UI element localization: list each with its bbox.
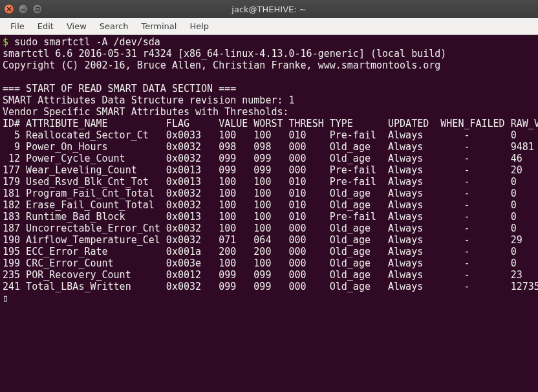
table-row: 177 Wear_Leveling_Count 0x0013 099 099 0… <box>3 164 522 176</box>
out-section: === START OF READ SMART DATA SECTION === <box>3 83 236 94</box>
command-text: sudo smartctl -A /dev/sda <box>14 36 160 48</box>
table-row: 241 Total_LBAs_Written 0x0032 099 099 00… <box>3 281 538 292</box>
out-revision: SMART Attributes Data Structure revision… <box>3 94 295 106</box>
terminal-output[interactable]: $ sudo smartctl -A /dev/sda smartctl 6.6… <box>0 35 538 392</box>
window-controls <box>4 4 43 14</box>
table-row: 195 ECC_Error_Rate 0x001a 200 200 000 Ol… <box>3 246 517 257</box>
table-row: 187 Uncorrectable_Error_Cnt 0x0032 100 1… <box>3 223 517 234</box>
table-row: 5 Reallocated_Sector_Ct 0x0033 100 100 0… <box>3 129 517 141</box>
out-copyright: Copyright (C) 2002-16, Bruce Allen, Chri… <box>3 60 440 71</box>
menu-edit[interactable]: Edit <box>31 19 60 33</box>
svg-rect-3 <box>36 8 39 11</box>
table-row: 9 Power_On_Hours 0x0032 098 098 000 Old_… <box>3 141 534 153</box>
menu-search[interactable]: Search <box>93 19 135 33</box>
out-vendor: Vendor Specific SMART Attributes with Th… <box>3 106 289 118</box>
out-version: smartctl 6.6 2016-05-31 r4324 [x86_64-li… <box>3 48 446 60</box>
menu-terminal[interactable]: Terminal <box>134 19 183 33</box>
window-title: jack@THEHIVE: ~ <box>231 5 306 14</box>
menu-file[interactable]: File <box>4 19 31 33</box>
cursor: ▯ <box>3 292 8 304</box>
minimize-button[interactable] <box>18 4 28 14</box>
table-row: 181 Program_Fail_Cnt_Total 0x0032 100 10… <box>3 188 517 199</box>
maximize-button[interactable] <box>32 4 43 14</box>
prompt-symbol: $ <box>3 36 8 48</box>
prompt-line: $ sudo smartctl -A /dev/sda <box>3 36 160 48</box>
close-button[interactable] <box>4 4 14 14</box>
table-row: 190 Airflow_Temperature_Cel 0x0032 071 0… <box>3 234 522 246</box>
menu-view[interactable]: View <box>60 19 93 33</box>
menu-help[interactable]: Help <box>183 19 215 33</box>
table-row: 235 POR_Recovery_Count 0x0012 099 099 00… <box>3 269 522 281</box>
titlebar: jack@THEHIVE: ~ <box>0 0 538 18</box>
table-row: 12 Power_Cycle_Count 0x0032 099 099 000 … <box>3 153 522 164</box>
table-row: 179 Used_Rsvd_Blk_Cnt_Tot 0x0013 100 100… <box>3 176 517 188</box>
table-row: 199 CRC_Error_Count 0x003e 100 100 000 O… <box>3 257 517 269</box>
table-header: ID# ATTRIBUTE_NAME FLAG VALUE WORST THRE… <box>3 118 538 129</box>
menubar: File Edit View Search Terminal Help <box>0 18 538 35</box>
table-row: 182 Erase_Fail_Count_Total 0x0032 100 10… <box>3 199 517 211</box>
table-row: 183 Runtime_Bad_Block 0x0013 100 100 010… <box>3 211 517 223</box>
